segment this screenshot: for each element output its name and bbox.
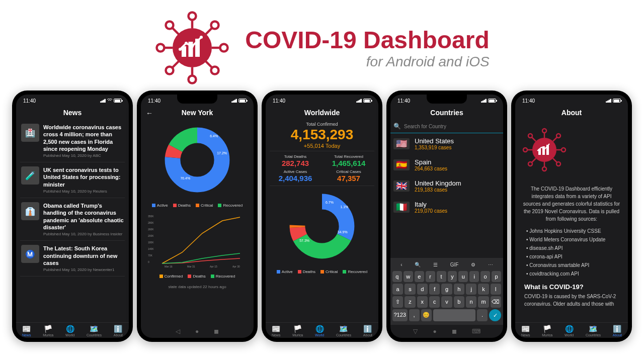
key-g[interactable]: g	[441, 284, 452, 295]
svg-point-14	[166, 67, 174, 74]
key-d[interactable]: d	[417, 284, 428, 295]
keyboard[interactable]: ‹🔍☰GIF⚙⋯ qwertyuiopasdfghjkl⇧zxcvbnm⌫ ?1…	[390, 258, 503, 325]
status-time: 11:40	[522, 98, 535, 104]
tab-world[interactable]: 🌐World	[65, 325, 74, 337]
stat-cell: Total Recovered1,465,614	[323, 154, 374, 167]
screen-title: About	[515, 106, 628, 120]
key-j[interactable]: j	[466, 284, 476, 295]
key-enter[interactable]: ✓	[489, 309, 501, 321]
key-z[interactable]: z	[405, 296, 415, 308]
legend-item: Recovered	[218, 203, 243, 208]
key-s[interactable]: s	[405, 284, 415, 295]
key-a[interactable]: a	[392, 284, 403, 295]
legend-item: Critical	[196, 203, 213, 208]
tab-countries[interactable]: 🗺️Countries	[87, 325, 102, 337]
key-w[interactable]: w	[404, 271, 413, 282]
screen-title: Worldwide	[266, 106, 378, 120]
key-n[interactable]: n	[466, 296, 476, 308]
tab-about[interactable]: ℹ️About	[114, 325, 123, 337]
news-item[interactable]: Ⓜ️The Latest: South Korea continuing dow…	[20, 241, 125, 277]
legend-item: Deaths	[298, 269, 315, 274]
country-row[interactable]: 🇺🇸United States1,353,919 cases	[390, 133, 503, 154]
key-x[interactable]: x	[417, 296, 428, 308]
news-item[interactable]: 🧪UK sent coronavirus tests to United Sta…	[20, 162, 125, 198]
stat-cell: Active Cases2,404,936	[270, 169, 321, 183]
svg-point-62	[556, 134, 560, 138]
key-space[interactable]	[433, 309, 475, 321]
legend-item: Deaths	[173, 203, 191, 208]
search-placeholder: Search for Country	[404, 124, 446, 129]
tab-world[interactable]: 🌐World	[565, 325, 574, 337]
key-r[interactable]: r	[426, 271, 435, 282]
tab-about[interactable]: ℹ️About	[613, 325, 622, 337]
country-row[interactable]: 🇬🇧United Kingdom219,183 cases	[390, 175, 503, 197]
tab-news[interactable]: 📰News	[272, 325, 281, 337]
news-meta: Published May 10, 2020 by Business Insid…	[43, 232, 124, 236]
svg-point-10	[166, 22, 174, 29]
key-u[interactable]: u	[458, 271, 468, 282]
murica-icon: 🏳️	[543, 325, 551, 333]
key-⌫[interactable]: ⌫	[491, 296, 501, 308]
stat-cell: Total Deaths282,743	[270, 154, 321, 167]
tab-murica[interactable]: 🏳️Murica	[542, 325, 552, 337]
back-button[interactable]: ←	[146, 109, 153, 117]
about-icon: ℹ️	[363, 325, 372, 333]
phone-news: 11:40 News 🏥Worldwide coronavirus cases …	[12, 90, 133, 342]
news-item[interactable]: 👔Obama called Trump's handling of the co…	[20, 198, 125, 241]
tab-murica[interactable]: 🏳️Murica	[43, 325, 53, 337]
legend-item: Recovered	[343, 269, 367, 274]
key-comma[interactable]: ,	[409, 309, 420, 321]
key-c[interactable]: c	[429, 296, 440, 308]
country-row[interactable]: 🇪🇸Spain264,663 cases	[390, 154, 503, 175]
key-q[interactable]: q	[392, 271, 402, 282]
key-t[interactable]: t	[437, 271, 446, 282]
legend-item: Recovered	[211, 274, 235, 279]
tab-news[interactable]: 📰News	[521, 325, 530, 337]
confirmed-today: +55,014 Today	[270, 143, 374, 149]
key-y[interactable]: y	[448, 271, 457, 282]
key-h[interactable]: h	[454, 284, 464, 295]
key-emoji[interactable]: 😊	[421, 309, 432, 321]
search-input[interactable]: 🔍 Search for Country	[390, 120, 503, 133]
status-time: 11:40	[273, 98, 285, 104]
news-item[interactable]: 🏥Worldwide coronavirus cases cross 4 mil…	[20, 120, 125, 162]
key-p[interactable]: p	[492, 271, 501, 282]
country-row[interactable]: 🇮🇹Italy219,070 cases	[390, 197, 503, 218]
svg-point-20	[179, 48, 182, 51]
key-o[interactable]: o	[480, 271, 490, 282]
update-note: state data updated 22 hours ago	[145, 282, 250, 292]
key-k[interactable]: k	[478, 284, 489, 295]
stat-cell: Critical Cases47,357	[323, 169, 374, 183]
hero-title: COVID-19 Dashboard	[245, 26, 489, 54]
key-i[interactable]: i	[469, 271, 479, 282]
news-thumb: 🏥	[21, 124, 39, 142]
key-m[interactable]: m	[478, 296, 489, 308]
svg-text:1.1%: 1.1%	[340, 205, 348, 209]
key-mode[interactable]: ?123	[392, 309, 408, 321]
key-v[interactable]: v	[441, 296, 452, 308]
news-title: The Latest: South Korea continuing downt…	[43, 245, 124, 266]
key-dot[interactable]: .	[477, 309, 488, 321]
battery-icon	[613, 99, 621, 103]
tab-countries[interactable]: 🗺️Countries	[586, 325, 601, 337]
svg-point-23	[200, 36, 203, 39]
android-nav: ▽●◼⌨	[390, 325, 503, 338]
tab-world[interactable]: 🌐World	[315, 325, 324, 337]
flag-icon: 🇪🇸	[393, 159, 410, 170]
tab-countries[interactable]: 🗺️Countries	[336, 325, 351, 337]
key-⇧[interactable]: ⇧	[392, 296, 403, 308]
key-l[interactable]: l	[491, 284, 501, 295]
signal-icon	[481, 99, 487, 103]
tab-about[interactable]: ℹ️About	[363, 325, 372, 337]
tab-news[interactable]: 📰News	[22, 325, 31, 337]
phone-newyork: 11:40 ←New York 6.4% 17.2% 76.4% ActiveD…	[137, 90, 258, 342]
murica-icon: 🏳️	[293, 325, 302, 333]
key-f[interactable]: f	[429, 284, 440, 295]
key-e[interactable]: e	[415, 271, 424, 282]
phone-worldwide: 11:40 Worldwide Total Confirmed 4,153,29…	[262, 90, 382, 342]
svg-text:350K: 350K	[148, 215, 154, 218]
news-thumb: Ⓜ️	[21, 245, 39, 263]
svg-point-58	[561, 148, 566, 152]
tab-murica[interactable]: 🏳️Murica	[292, 325, 303, 337]
key-b[interactable]: b	[454, 296, 464, 308]
